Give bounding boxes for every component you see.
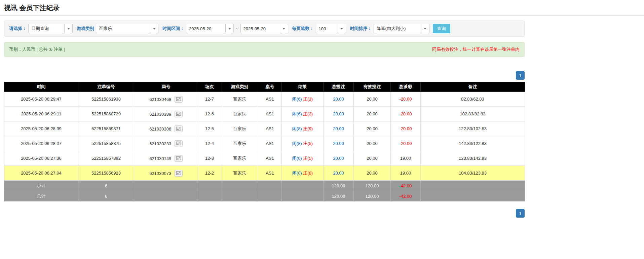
cell-round-id: 621030468 [134, 92, 198, 107]
cell-payout: -20.00 [391, 92, 421, 107]
video-replay-button[interactable] [175, 125, 183, 132]
pagination-top: 1 [4, 71, 525, 80]
chevron-down-icon [153, 28, 156, 30]
time-sort-label: 时间排序： [350, 26, 372, 32]
video-replay-button[interactable] [175, 155, 183, 162]
cell-game-type: 百家乐 [221, 107, 258, 121]
subtotal-total-bet: 120.00 [324, 181, 354, 191]
page-size-value[interactable]: 100 [316, 24, 338, 33]
valid-bet-notice-text: 同局有效投注，统一计算在该局第一张注单内 [432, 46, 520, 52]
chevron-down-icon [282, 28, 285, 30]
cell-valid-bet: 20.00 [354, 92, 391, 107]
date-to-picker[interactable]: 2025-05-20 [240, 24, 288, 33]
empty-cell [282, 191, 324, 201]
page-title: 视讯 会员下注纪录 [4, 3, 640, 12]
query-type-label: 请选择： [9, 26, 27, 32]
round-id-text: 621030389 [149, 111, 171, 116]
result-banker: 庄(5) [303, 156, 313, 161]
search-button[interactable]: 查询 [433, 24, 450, 33]
cell-time: 2025-05-20 06:28:39 [4, 121, 78, 136]
video-replay-button[interactable] [175, 111, 183, 117]
empty-cell [198, 191, 221, 201]
date-from-caret-button[interactable] [226, 24, 234, 33]
cell-round-id: 621030389 [134, 107, 198, 121]
header-game-type: 游戏类别 [221, 82, 258, 92]
page-size-caret-button[interactable] [338, 24, 346, 33]
cell-table-no: AS1 [258, 136, 282, 151]
empty-cell [134, 191, 198, 201]
cell-table-no: AS1 [258, 166, 282, 181]
cell-payout: 19.00 [391, 151, 421, 166]
cell-total-bet[interactable]: 20.00 [324, 166, 354, 181]
cell-note: 123.83/142.83 [421, 151, 525, 166]
query-type-select[interactable]: 日期查询 [28, 24, 73, 33]
empty-cell [421, 181, 525, 191]
video-replay-button[interactable] [175, 96, 183, 103]
game-type-value[interactable]: 百家乐 [96, 24, 150, 33]
round-id-text: 621030149 [149, 156, 171, 161]
cell-note: 122.83/102.83 [421, 121, 525, 136]
filter-game-type: 游戏类别 百家乐 [75, 24, 158, 33]
cell-result: 闲(8) 庄(9) [282, 121, 324, 136]
page-1-button[interactable]: 1 [516, 209, 525, 218]
total-row: 总计 6 120.00 120.00 -42.00 [4, 191, 525, 201]
empty-cell [221, 181, 258, 191]
query-type-value[interactable]: 日期查询 [28, 24, 65, 33]
round-id-text: 621030468 [149, 97, 171, 102]
cell-game-type: 百家乐 [221, 121, 258, 136]
table-body: 2025-05-20 06:29:47 522515861938 6210304… [4, 92, 525, 201]
cell-game-type: 百家乐 [221, 92, 258, 107]
result-banker: 庄(5) [303, 141, 313, 146]
cell-note: 82.83/62.83 [421, 92, 525, 107]
video-thumbnail-icon [176, 171, 181, 175]
game-type-caret-button[interactable] [150, 24, 158, 33]
empty-cell [134, 181, 198, 191]
header-note: 备注 [421, 82, 525, 92]
cell-table-no: AS1 [258, 121, 282, 136]
round-id-text: 621030073 [149, 171, 171, 176]
page-1-button[interactable]: 1 [516, 71, 525, 80]
cell-total-bet[interactable]: 20.00 [324, 92, 354, 107]
cell-round-id: 621030149 [134, 151, 198, 166]
video-thumbnail-icon [176, 142, 181, 145]
date-to-caret-button[interactable] [280, 24, 288, 33]
game-type-select[interactable]: 百家乐 [96, 24, 158, 33]
video-replay-button[interactable] [175, 140, 183, 147]
cell-total-bet[interactable]: 20.00 [324, 151, 354, 166]
subtotal-count: 6 [78, 181, 134, 191]
cell-round-id: 621030233 [134, 136, 198, 151]
cell-total-bet[interactable]: 20.00 [324, 107, 354, 121]
table-row: 2025-05-20 06:27:04 522515856923 6210300… [4, 166, 525, 181]
time-sort-select[interactable]: 降冪(由大到小) [374, 24, 429, 33]
cell-total-bet[interactable]: 20.00 [324, 136, 354, 151]
date-from-picker[interactable]: 2025-05-20 [186, 24, 234, 33]
table-row: 2025-05-20 06:28:39 522515859871 6210303… [4, 121, 525, 136]
round-id-text: 621030233 [149, 141, 171, 146]
filter-bar: 请选择： 日期查询 游戏类别 百家乐 时间区间： 2025-05-20 ~ 20… [4, 21, 525, 37]
cell-bet-id: 522515859871 [78, 121, 134, 136]
result-player: 闲(0) [292, 171, 302, 176]
time-sort-caret-button[interactable] [421, 24, 429, 33]
time-sort-value[interactable]: 降冪(由大到小) [374, 24, 421, 33]
filter-time-range: 时间区间： 2025-05-20 ~ 2025-05-20 [161, 24, 288, 33]
cell-payout: 19.00 [391, 166, 421, 181]
video-replay-button[interactable] [175, 170, 183, 177]
total-valid-bet: 120.00 [354, 191, 391, 201]
page-size-select[interactable]: 100 [316, 24, 346, 33]
date-range-separator: ~ [236, 26, 238, 31]
query-type-caret-button[interactable] [65, 24, 73, 33]
time-range-label: 时间区间： [162, 26, 184, 32]
cell-result: 闲(0) 庄(5) [282, 151, 324, 166]
date-to-value[interactable]: 2025-05-20 [240, 24, 280, 33]
date-from-value[interactable]: 2025-05-20 [186, 24, 226, 33]
empty-cell [282, 181, 324, 191]
cell-total-bet[interactable]: 20.00 [324, 121, 354, 136]
cell-result: 闲(8) 庄(5) [282, 136, 324, 151]
table-row: 2025-05-20 06:27:36 522515857892 6210301… [4, 151, 525, 166]
header-valid-bet: 有效投注 [354, 82, 391, 92]
subtotal-payout: -42.00 [391, 181, 421, 191]
header-result: 结果 [282, 82, 324, 92]
cell-session: 12-4 [198, 136, 221, 151]
subtotal-label: 小计 [4, 181, 78, 191]
cell-bet-id: 522515858875 [78, 136, 134, 151]
